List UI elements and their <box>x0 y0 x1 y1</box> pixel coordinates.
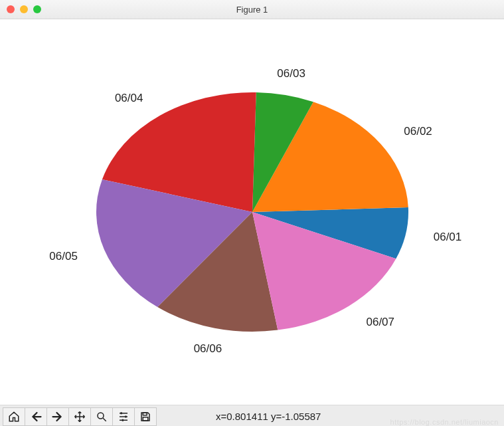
minimize-icon[interactable] <box>20 5 28 13</box>
back-button[interactable] <box>25 407 47 426</box>
svg-point-0 <box>98 413 104 419</box>
watermark: https://blog.csdn.net/liumiaocn <box>390 418 499 426</box>
pie-chart: 06/0106/0206/0306/0406/0506/0606/07 <box>0 19 504 405</box>
home-button[interactable] <box>3 407 25 426</box>
configure-button[interactable] <box>112 407 135 426</box>
app-window: Figure 1 06/0106/0206/0306/0406/0506/060… <box>0 0 504 426</box>
close-icon[interactable] <box>7 5 15 13</box>
pie-slice-label: 06/04 <box>115 92 143 104</box>
home-icon <box>8 411 20 423</box>
pie-slice-label: 06/07 <box>366 316 394 328</box>
matplotlib-toolbar: x=0.801411 y=-1.05587 https://blog.csdn.… <box>0 405 504 426</box>
svg-rect-6 <box>125 415 126 417</box>
pie-slice-label: 06/06 <box>194 342 222 355</box>
window-title: Figure 1 <box>236 5 268 15</box>
svg-rect-7 <box>122 419 124 421</box>
pan-button[interactable] <box>68 407 91 426</box>
pie-slice-label: 06/03 <box>277 67 305 80</box>
window-controls <box>7 5 41 13</box>
svg-line-1 <box>103 418 106 421</box>
sliders-icon <box>118 411 129 423</box>
right-arrow-icon <box>52 411 64 423</box>
svg-rect-9 <box>143 417 148 420</box>
titlebar: Figure 1 <box>0 0 504 19</box>
save-icon <box>139 411 151 423</box>
figure-canvas[interactable]: 06/0106/0206/0306/0406/0506/0606/07 <box>0 19 504 405</box>
cursor-position: x=0.801411 y=-1.05587 <box>216 411 321 422</box>
move-icon <box>74 411 86 423</box>
save-button[interactable] <box>134 407 157 426</box>
magnifier-icon <box>96 411 108 423</box>
left-arrow-icon <box>30 411 42 423</box>
zoom-icon[interactable] <box>33 5 41 13</box>
svg-rect-8 <box>143 413 147 415</box>
svg-rect-5 <box>121 412 122 414</box>
zoom-button[interactable] <box>90 407 113 426</box>
pie-slice-label: 06/01 <box>434 231 462 243</box>
pie-slice-label: 06/05 <box>49 250 78 263</box>
pie-slice-label: 06/02 <box>404 125 432 138</box>
forward-button[interactable] <box>46 407 69 426</box>
